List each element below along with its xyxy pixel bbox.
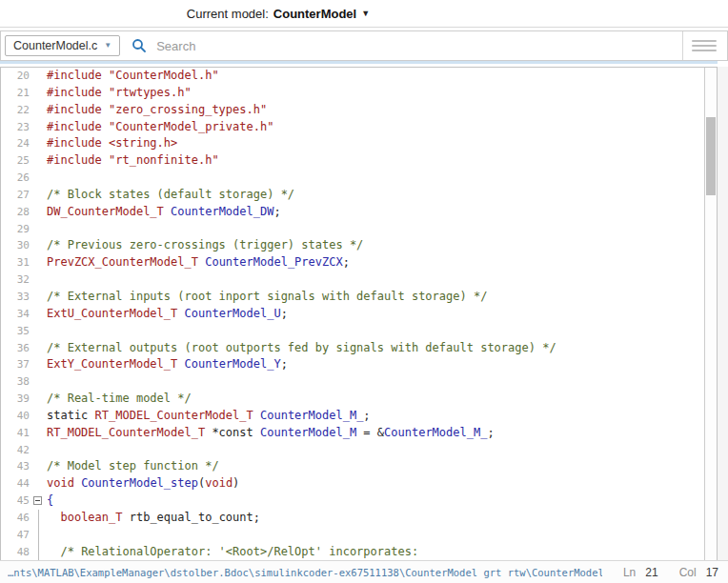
code-line: 20#include "CounterModel.h" xyxy=(1,68,704,85)
fold-column xyxy=(31,458,47,475)
line-number: 37 xyxy=(1,356,31,373)
fold-column xyxy=(31,152,47,170)
code-line: 42 xyxy=(1,442,704,459)
code-text: /* External inputs (root inport signals … xyxy=(47,289,487,306)
line-number: 41 xyxy=(1,425,31,442)
code-text: ExtY_CounterModel_T CounterModel_Y; xyxy=(47,356,288,373)
code-line: 38 xyxy=(1,373,704,391)
chevron-down-icon: ▼ xyxy=(104,42,111,50)
line-number: 21 xyxy=(1,85,31,102)
current-model-dropdown[interactable]: Current model: CounterModel ▼ xyxy=(187,7,370,21)
line-number: 39 xyxy=(1,391,31,408)
code-line: 28DW_CounterModel_T CounterModel_DW; xyxy=(1,204,704,221)
line-number: 34 xyxy=(1,306,31,323)
file-path: …nts\MATLAB\ExampleManager\dstolber.Bdoc… xyxy=(8,567,602,578)
fold-column xyxy=(31,306,47,323)
code-line: 43/* Model step function */ xyxy=(1,458,704,475)
toolbar: CounterModel.c ▼ xyxy=(0,30,728,61)
code-line: 41RT_MODEL_CounterModel_T *const Counter… xyxy=(1,425,704,442)
fold-column xyxy=(31,425,47,442)
code-lines: 20#include "CounterModel.h"21#include "r… xyxy=(1,68,704,560)
code-line: 48 /* RelationalOperator: '<Root>/RelOpt… xyxy=(1,544,704,560)
code-line: 36/* External outputs (root outports fed… xyxy=(1,340,704,357)
code-text: ExtU_CounterModel_T CounterModel_U; xyxy=(47,306,288,323)
status-bar: …nts\MATLAB\ExampleManager\dstolber.Bdoc… xyxy=(0,560,728,583)
code-line: 24#include <string.h> xyxy=(1,135,704,152)
line-number: 25 xyxy=(1,152,31,170)
line-number: 45 xyxy=(1,493,31,510)
fold-column xyxy=(31,119,47,136)
code-line: 46 boolean_T rtb_equal_to_count; xyxy=(1,510,704,527)
fold-column xyxy=(31,221,47,238)
code-line: 32 xyxy=(1,271,704,289)
code-text: #include "CounterModel_private.h" xyxy=(47,119,273,136)
line-number: 24 xyxy=(1,135,31,152)
code-line: 22#include "zero_crossing_types.h" xyxy=(1,102,704,119)
fold-collapse-icon[interactable] xyxy=(33,496,42,505)
search-field[interactable] xyxy=(120,31,683,60)
fold-column xyxy=(31,373,47,391)
fold-column xyxy=(31,356,47,373)
code-text: { xyxy=(47,493,53,510)
fold-column xyxy=(31,68,47,85)
fold-column xyxy=(31,323,47,340)
fold-column xyxy=(31,289,47,306)
file-selector-dropdown[interactable]: CounterModel.c ▼ xyxy=(5,35,120,56)
code-text: /* External outputs (root outports fed b… xyxy=(47,340,556,357)
source-code-panel: 20#include "CounterModel.h"21#include "r… xyxy=(0,67,718,560)
line-number: 36 xyxy=(1,340,31,357)
code-line: 23#include "CounterModel_private.h" xyxy=(1,119,704,136)
fold-column xyxy=(31,254,47,271)
header-bar: Current model: CounterModel ▼ xyxy=(0,0,728,28)
line-number: 26 xyxy=(1,170,31,187)
code-text: #include "rt_nonfinite.h" xyxy=(47,152,219,170)
code-line: 37ExtY_CounterModel_T CounterModel_Y; xyxy=(1,356,704,373)
search-input[interactable] xyxy=(154,38,682,54)
code-text: #include "CounterModel.h" xyxy=(47,68,219,85)
fold-column xyxy=(31,204,47,221)
fold-guide-line xyxy=(31,527,47,544)
fold-column xyxy=(31,442,47,459)
code-text: /* Previous zero-crossings (trigger) sta… xyxy=(47,237,363,254)
fold-column xyxy=(31,187,47,204)
code-line: 21#include "rtwtypes.h" xyxy=(1,85,704,102)
code-line: 30/* Previous zero-crossings (trigger) s… xyxy=(1,237,704,254)
fold-column xyxy=(31,493,47,510)
code-line: 40static RT_MODEL_CounterModel_T Counter… xyxy=(1,408,704,425)
code-text: static RT_MODEL_CounterModel_T CounterMo… xyxy=(47,408,371,425)
code-line: 33/* External inputs (root inport signal… xyxy=(1,289,704,306)
code-line: 31PrevZCX_CounterModel_T CounterModel_Pr… xyxy=(1,254,704,271)
code-line: 45{ xyxy=(1,493,704,510)
code-text: RT_MODEL_CounterModel_T *const CounterMo… xyxy=(47,425,495,442)
line-number: 31 xyxy=(1,254,31,271)
hamburger-menu-icon[interactable] xyxy=(689,36,719,55)
code-text: /* RelationalOperator: '<Root>/RelOpt' i… xyxy=(47,544,418,560)
fold-column xyxy=(31,85,47,102)
line-number: 20 xyxy=(1,68,31,85)
line-number: 30 xyxy=(1,237,31,254)
code-text: void CounterModel_step(void) xyxy=(47,475,239,493)
page-background xyxy=(718,67,728,560)
line-number: 27 xyxy=(1,187,31,204)
code-line: 27/* Block states (default storage) */ xyxy=(1,187,704,204)
fold-column xyxy=(31,408,47,425)
file-selector-label: CounterModel.c xyxy=(13,39,97,52)
code-line: 25#include "rt_nonfinite.h" xyxy=(1,152,704,170)
line-number: 44 xyxy=(1,475,31,493)
line-number: 48 xyxy=(1,544,31,560)
vertical-scrollbar[interactable] xyxy=(704,68,717,560)
line-number: 46 xyxy=(1,510,31,527)
line-number: 32 xyxy=(1,271,31,289)
search-icon xyxy=(131,38,147,53)
vertical-scrollbar-thumb[interactable] xyxy=(706,117,716,196)
line-number: 29 xyxy=(1,221,31,238)
code-line: 47 xyxy=(1,527,704,544)
fold-guide-line xyxy=(31,510,47,527)
current-model-label: Current model: xyxy=(187,7,269,21)
code-text: #include "rtwtypes.h" xyxy=(47,85,192,102)
current-model-name: CounterModel xyxy=(273,7,356,21)
line-number: 33 xyxy=(1,289,31,306)
fold-column xyxy=(31,170,47,187)
line-number: 40 xyxy=(1,408,31,425)
chevron-down-icon: ▼ xyxy=(361,10,370,18)
